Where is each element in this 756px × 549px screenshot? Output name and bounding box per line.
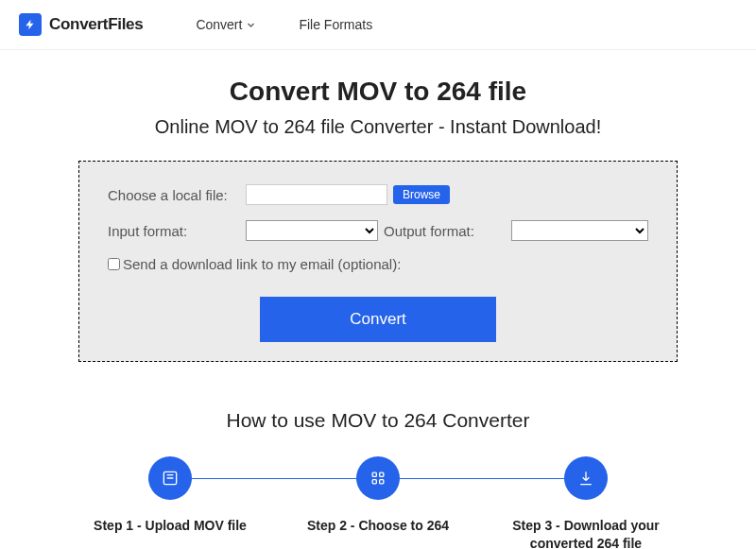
page-title: Convert MOV to 264 file (19, 77, 737, 107)
step-1-label: Step 1 - Upload MOV file (66, 517, 274, 535)
nav-file-formats[interactable]: File Formats (299, 17, 372, 32)
download-icon (564, 456, 608, 500)
step-3: Step 3 - Download your converted 264 fil… (482, 456, 690, 549)
input-format-label: Input format: (108, 223, 240, 239)
email-label: Send a download link to my email (option… (123, 256, 401, 272)
convert-button[interactable]: Convert (260, 297, 496, 342)
output-format-select[interactable] (511, 220, 648, 241)
steps-row: Step 1 - Upload MOV file Step 2 - Choose… (66, 456, 690, 549)
page-subtitle: Online MOV to 264 file Converter - Insta… (19, 116, 737, 138)
nav-formats-label: File Formats (299, 17, 372, 32)
site-header: ConvertFiles Convert File Formats (0, 0, 756, 50)
brand-name: ConvertFiles (49, 15, 143, 34)
browse-button[interactable]: Browse (393, 185, 450, 204)
email-row: Send a download link to my email (option… (108, 256, 648, 272)
step-2-label: Step 2 - Choose to 264 (274, 517, 482, 535)
step-2: Step 2 - Choose to 264 (274, 456, 482, 535)
grid-icon (356, 456, 400, 500)
upload-icon (148, 456, 192, 500)
file-path-input[interactable] (246, 184, 387, 205)
svg-rect-4 (380, 480, 384, 484)
main-content: Convert MOV to 264 file Online MOV to 26… (0, 50, 756, 549)
choose-file-label: Choose a local file: (108, 187, 240, 203)
nav-convert[interactable]: Convert (196, 17, 255, 32)
howto-title: How to use MOV to 264 Converter (19, 409, 737, 432)
input-format-select[interactable] (246, 220, 378, 241)
step-1: Step 1 - Upload MOV file (66, 456, 274, 535)
svg-rect-2 (380, 472, 384, 476)
chevron-down-icon (247, 17, 255, 32)
format-row: Input format: Output format: (108, 220, 648, 241)
svg-rect-3 (372, 480, 376, 484)
logo-icon (19, 13, 42, 36)
nav-convert-label: Convert (196, 17, 242, 32)
step-3-label: Step 3 - Download your converted 264 fil… (482, 517, 690, 549)
file-row: Choose a local file: Browse (108, 184, 648, 205)
email-checkbox[interactable] (108, 258, 120, 270)
logo[interactable]: ConvertFiles (19, 13, 143, 36)
convert-panel: Choose a local file: Browse Input format… (78, 161, 678, 362)
main-nav: Convert File Formats (196, 17, 372, 32)
svg-rect-1 (372, 472, 376, 476)
output-format-label: Output format: (384, 223, 474, 239)
